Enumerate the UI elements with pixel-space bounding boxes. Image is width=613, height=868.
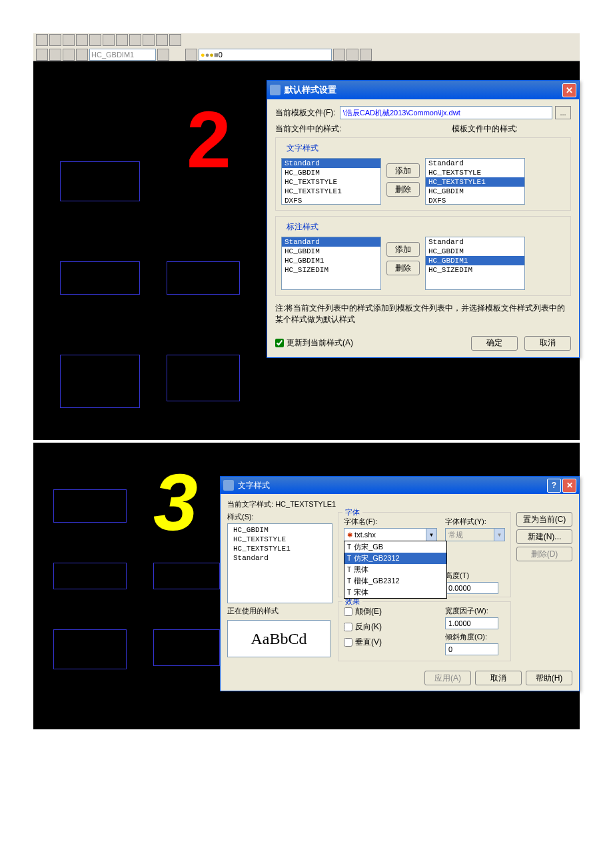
toolbar-icon[interactable] [346, 49, 358, 61]
default-style-dialog: 默认样式设置 ✕ 当前模板文件(F): ... 当前文件中的样式: 模板文件中的… [267, 80, 580, 358]
list-item[interactable]: HC_SIZEDIM [282, 265, 380, 275]
height-input[interactable] [445, 582, 498, 594]
help-button[interactable]: 帮助(H) [526, 671, 572, 685]
font-style-combo: 常规 ▼ [445, 528, 505, 541]
list-item[interactable]: HC_GBDIM [282, 247, 380, 256]
list-item[interactable]: DXFS [426, 196, 524, 205]
set-current-button[interactable]: 置为当前(C) [516, 512, 572, 527]
height-label: 高度(T) [445, 571, 505, 581]
dropdown-item[interactable]: T宋体 [344, 587, 446, 598]
list-item[interactable]: DXFS [282, 196, 380, 205]
font-name-label: 字体名(F): [344, 517, 437, 527]
preview-box: AaBbCd [227, 620, 330, 657]
close-icon[interactable]: ✕ [562, 83, 576, 97]
toolbar-icon[interactable] [36, 49, 48, 61]
font-dropdown-list[interactable]: T仿宋_GBT仿宋_GB2312T黑体T楷体_GB2312T宋体 [344, 541, 447, 599]
list-item[interactable]: HC_TEXTSTYLE1 [282, 187, 380, 196]
current-text-styles-list[interactable]: StandardHC_GBDIMHC_TEXTSTYLEHC_TEXTSTYLE… [281, 158, 381, 205]
toolbar-icon[interactable] [49, 34, 61, 46]
screenshot-1: ●●●■ 0 2 默认样式设置 ✕ 当前模板文件(F): [33, 33, 580, 440]
toolbar-icon[interactable] [49, 49, 61, 61]
ok-button[interactable]: 确定 [471, 336, 518, 351]
toolbar-icon[interactable] [76, 49, 88, 61]
dim-style-group-title: 标注样式 [284, 221, 321, 233]
list-item[interactable]: HC_GBDIM [282, 168, 380, 177]
dropdown-item[interactable]: T仿宋_GB [344, 541, 446, 553]
apply-button: 应用(A) [424, 671, 471, 685]
list-item[interactable]: HC_GBDIM [426, 247, 524, 256]
screenshot-2: 3 文字样式 ? ✕ 当前文字样式: HC_TEXTSTYLE1 样式(S): … [33, 443, 580, 729]
toolbar-icon[interactable] [156, 34, 168, 46]
current-dim-styles-list[interactable]: StandardHC_GBDIMHC_GBDIM1HC_SIZEDIM [281, 237, 381, 290]
list-item[interactable]: HC_GBDIM1 [282, 256, 380, 265]
note-text: 注:将当前文件列表中的样式添加到模板文件列表中，并选择模板文件样式列表中的某个样… [275, 303, 571, 325]
dropdown-item[interactable]: T楷体_GB2312 [344, 575, 446, 587]
list-item[interactable]: HC_GBDIM1 [426, 256, 524, 265]
toolbar-icon[interactable] [333, 49, 345, 61]
toolbar-icon[interactable] [360, 49, 372, 61]
layer-combo[interactable]: ●●●■ 0 [199, 49, 332, 61]
backwards-checkbox[interactable]: 反向(K) [344, 621, 437, 633]
dropdown-item[interactable]: T仿宋_GB2312 [344, 553, 446, 564]
list-item[interactable]: HC_TEXTSTYLE [229, 535, 330, 544]
toolbar-icon[interactable] [143, 34, 155, 46]
toolbar-icon[interactable] [36, 34, 48, 46]
list-item[interactable]: HC_TEXTSTYLE [282, 177, 380, 187]
width-factor-label: 宽度因子(W): [445, 606, 498, 616]
toolbar-icon[interactable] [63, 49, 75, 61]
list-item[interactable]: HC_GBDIM [426, 187, 524, 196]
current-style-value: HC_TEXTSTYLE1 [275, 500, 336, 508]
styles-listbox[interactable]: HC_GBDIMHC_TEXTSTYLEHC_TEXTSTYLE1Standar… [227, 523, 332, 603]
list-item[interactable]: HC_TEXTSTYLE1 [229, 544, 330, 553]
oblique-input[interactable] [445, 643, 498, 655]
toolbar-icon[interactable] [169, 34, 181, 46]
template-file-label: 当前模板文件(F): [275, 107, 336, 119]
titlebar[interactable]: 文字样式 ? ✕ [221, 477, 579, 494]
width-factor-input[interactable] [445, 617, 498, 629]
template-dim-styles-list[interactable]: StandardHC_GBDIMHC_GBDIM1HC_SIZEDIM [425, 237, 525, 290]
add-dim-style-button[interactable]: 添加 [386, 242, 420, 257]
delete-dim-style-button[interactable]: 删除 [386, 261, 420, 275]
toolbar-icon[interactable] [76, 34, 88, 46]
chevron-down-icon[interactable]: ▼ [426, 529, 436, 541]
delete-button: 删除(D) [516, 547, 572, 561]
list-item[interactable]: Standard [426, 237, 524, 247]
template-text-styles-list[interactable]: StandardHC_TEXTSTYLEHC_TEXTSTYLE1HC_GBDI… [425, 158, 525, 205]
dimstyle-combo[interactable] [89, 49, 156, 61]
list-item[interactable]: Standard [229, 553, 330, 563]
toolbar-icon[interactable] [116, 34, 128, 46]
cancel-button[interactable]: 取消 [475, 671, 522, 685]
list-item[interactable]: HC_SIZEDIM [426, 265, 524, 275]
list-item[interactable]: Standard [282, 237, 380, 247]
template-path-input[interactable] [340, 106, 552, 119]
list-item[interactable]: HC_TEXTSTYLE1 [426, 177, 524, 187]
toolbar-icon[interactable] [103, 34, 115, 46]
dropdown-item[interactable]: T黑体 [344, 564, 446, 575]
toolbar-icon[interactable] [157, 49, 169, 61]
list-item[interactable]: Standard [426, 159, 524, 168]
new-button[interactable]: 新建(N)... [516, 529, 572, 544]
list-item[interactable]: Standard [282, 159, 380, 168]
styles-label: 样式(S): [227, 512, 332, 522]
help-icon[interactable]: ? [547, 479, 561, 493]
toolbar-icon[interactable] [63, 34, 75, 46]
dialog-title: 默认样式设置 [285, 84, 562, 96]
list-item[interactable]: HC_TEXTSTYLE [426, 168, 524, 177]
toolbar-icon[interactable] [89, 34, 101, 46]
list-item[interactable]: HC_GBDIM [229, 525, 330, 535]
oblique-label: 倾斜角度(O): [445, 632, 498, 642]
add-text-style-button[interactable]: 添加 [386, 163, 420, 178]
upside-down-checkbox[interactable]: 颠倒(E) [344, 606, 437, 617]
in-use-label: 正在使用的样式 [227, 606, 332, 616]
vertical-checkbox[interactable]: 垂直(V) [344, 637, 437, 648]
delete-text-style-button[interactable]: 删除 [386, 182, 420, 197]
font-name-combo[interactable]: ✱ txt.shx ▼ [344, 528, 437, 541]
browse-button[interactable]: ... [555, 106, 571, 119]
cancel-button[interactable]: 取消 [524, 336, 571, 351]
toolbar-icon[interactable] [129, 34, 141, 46]
titlebar[interactable]: 默认样式设置 ✕ [267, 81, 579, 99]
update-current-checkbox[interactable]: 更新到当前样式(A) [275, 337, 464, 349]
layer-icon[interactable] [185, 49, 197, 61]
dialog-icon [270, 85, 281, 95]
close-icon[interactable]: ✕ [562, 479, 576, 493]
